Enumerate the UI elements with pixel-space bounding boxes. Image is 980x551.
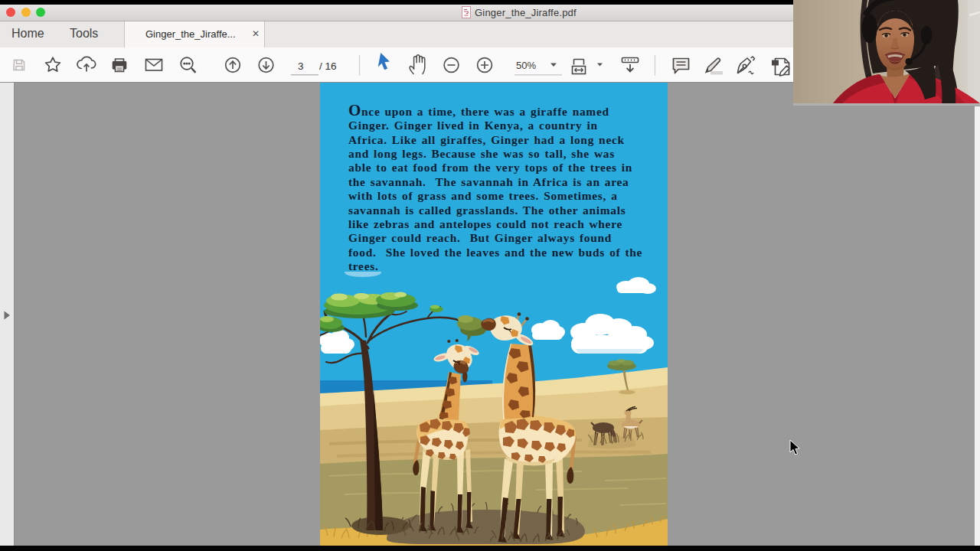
svg-text:/ 16: / 16	[319, 60, 337, 72]
svg-text:3: 3	[298, 60, 304, 72]
svg-text:50%: 50%	[516, 60, 536, 71]
